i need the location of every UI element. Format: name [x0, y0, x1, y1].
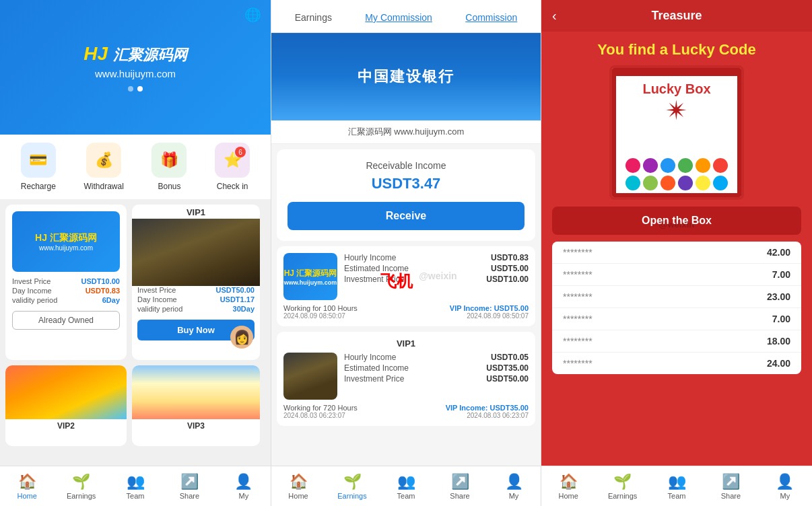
lucky-ball	[643, 176, 658, 190]
amount: 23.00	[767, 291, 790, 302]
stars: ********	[563, 314, 593, 324]
lucky-ball	[713, 176, 728, 190]
amount: 18.00	[767, 336, 790, 347]
vip-list-card-1: HJ 汇聚源码网 www.huijuym.com Hourly IncomeUS…	[277, 246, 535, 326]
bonus-icon: 🎁	[151, 143, 187, 178]
withdrawal-action[interactable]: 💰 Withdrawal	[83, 143, 123, 191]
lucky-ball	[696, 158, 710, 173]
vip3-title: VIP3	[132, 419, 260, 433]
bottom-nav-p3: 🏠 Home 🌱 Earnings 👥 Team ↗️ Share 👤 My	[541, 466, 812, 506]
p2-my-icon: 👤	[505, 473, 523, 491]
p3-home-icon: 🏠	[560, 473, 578, 491]
amount: 24.00	[767, 358, 790, 369]
stars: ********	[563, 358, 593, 369]
card1-bottom: Working for 100 Hours 2024.08.09 08:50:0…	[283, 304, 529, 320]
withdrawal-icon: 💰	[86, 143, 121, 178]
p2-home-icon: 🏠	[290, 473, 308, 491]
globe-icon[interactable]: 🌐	[244, 7, 261, 23]
my-vip-info: Invest PriceUSDT10.00 Day IncomeUSDT0.83…	[12, 277, 120, 305]
lucky-ball	[625, 176, 640, 190]
already-owned-btn[interactable]: Already Owned	[12, 311, 120, 330]
p2-nav-my[interactable]: 👤 My	[487, 466, 541, 506]
p2-website: 汇聚源码网 www.huijuym.com	[271, 120, 541, 144]
card1-logo-row: HJ 汇聚源码网 www.huijuym.com Hourly IncomeUS…	[283, 253, 529, 300]
tab-my-commission[interactable]: My Commission	[360, 9, 438, 26]
nav-my-label: My	[238, 492, 248, 500]
lucky-box-balls	[612, 158, 741, 190]
p2-earnings-icon: 🌱	[343, 473, 362, 491]
nav-share-label: Share	[180, 492, 199, 500]
nav-home[interactable]: 🏠 Home	[0, 466, 54, 506]
table-row: ********42.00	[552, 242, 801, 264]
vip2-card: VIP2	[5, 365, 127, 446]
lucky-ball	[696, 176, 710, 190]
p3-nav-team[interactable]: 👥 Team	[650, 466, 704, 506]
table-row: ********18.00	[552, 330, 801, 353]
nav-team[interactable]: 👥 Team	[108, 466, 162, 506]
recharge-label: Recharge	[21, 182, 56, 191]
recharge-action[interactable]: 💳 Recharge	[21, 143, 56, 191]
home-icon: 🏠	[18, 473, 36, 491]
checkin-icon: ⭐ 6	[215, 143, 250, 178]
receive-button[interactable]: Receive	[287, 202, 525, 230]
bottom-nav-home: 🏠 Home 🌱 Earnings 👥 Team ↗️ Share 👤 My	[0, 466, 271, 506]
p3-nav-earnings[interactable]: 🌱 Earnings	[595, 466, 649, 506]
nav-earnings[interactable]: 🌱 Earnings	[54, 466, 108, 506]
stars: ********	[563, 291, 593, 302]
checkin-action[interactable]: ⭐ 6 Check in	[215, 143, 250, 191]
card2-logo-row: Hourly IncomeUSDT0.05 Estimated IncomeUS…	[283, 353, 529, 400]
table-row: ********7.00	[552, 308, 801, 330]
p3-nav-share[interactable]: ↗️ Share	[704, 466, 757, 506]
p2-nav-home[interactable]: 🏠 Home	[271, 466, 325, 506]
p3-nav-my[interactable]: 👤 My	[758, 466, 812, 506]
tab-earnings[interactable]: Earnings	[290, 9, 337, 26]
back-button[interactable]: ‹	[552, 8, 557, 24]
p2-nav-share[interactable]: ↗️ Share	[433, 466, 487, 506]
lucky-box-top	[612, 68, 741, 76]
panel-home: 🌐 HJ 汇聚源码网 www.huijuym.com 💳 Recharge 💰 …	[0, 0, 271, 506]
lucky-ball	[678, 176, 693, 190]
card1-details: Hourly IncomeUSDT0.83 Estimated IncomeUS…	[344, 253, 529, 285]
vip1-info: Invest PriceUSDT50.00 Day IncomeUSDT1.17…	[132, 286, 260, 314]
lucky-ball	[678, 158, 693, 173]
banner-logo: HJ 汇聚源码网	[83, 43, 187, 65]
card2-image	[283, 353, 337, 400]
amount: 7.00	[772, 269, 790, 280]
stars: ********	[563, 336, 593, 347]
vip1-card: VIP1 Invest PriceUSDT50.00 Day IncomeUSD…	[132, 205, 260, 360]
card-area: HJ 汇聚源码网 www.huijuym.com Invest PriceUSD…	[0, 199, 271, 466]
my-vip-logo: HJ 汇聚源码网 www.huijuym.com	[12, 211, 120, 272]
p3-nav-home[interactable]: 🏠 Home	[541, 466, 595, 506]
p2-nav-team[interactable]: 👥 Team	[379, 466, 433, 506]
p3-share-icon: ↗️	[722, 473, 740, 491]
nav-my[interactable]: 👤 My	[217, 466, 271, 506]
lucky-box: Lucky Box ✴	[609, 65, 744, 200]
income-label: Receivable Income	[287, 160, 525, 171]
card2-title: VIP1	[283, 338, 529, 349]
checkin-label: Check in	[217, 182, 248, 191]
lucky-ball	[625, 158, 640, 173]
p3-my-icon: 👤	[776, 473, 794, 491]
card2-details: Hourly IncomeUSDT0.05 Estimated IncomeUS…	[344, 353, 529, 385]
withdrawal-label: Withdrawal	[83, 182, 123, 191]
nav-share[interactable]: ↗️ Share	[162, 466, 216, 506]
commission-header: Earnings My Commission Commission	[271, 0, 541, 33]
table-row: ********24.00	[552, 353, 801, 374]
open-box-button[interactable]: Open the Box	[552, 207, 801, 235]
tab-commission[interactable]: Commission	[460, 9, 522, 26]
nav-home-label: Home	[18, 492, 37, 500]
vip-list: HJ 汇聚源码网 www.huijuym.com Hourly IncomeUS…	[271, 246, 541, 466]
lucky-ball	[643, 158, 658, 173]
treasure-body: You find a Lucky Code Lucky Box ✴ Open t…	[541, 32, 812, 466]
recharge-icon: 💳	[21, 143, 56, 178]
p2-team-icon: 👥	[397, 473, 415, 491]
amount: 7.00	[772, 314, 790, 324]
banner-dots	[128, 86, 143, 92]
vip2-image	[5, 365, 127, 419]
stars: ********	[563, 269, 593, 280]
p2-nav-earnings[interactable]: 🌱 Earnings	[325, 466, 379, 506]
bonus-action[interactable]: 🎁 Bonus	[151, 143, 187, 191]
banner-url: www.huijuym.com	[95, 68, 176, 79]
bottom-nav-p2: 🏠 Home 🌱 Earnings 👥 Team ↗️ Share 👤 My	[271, 466, 541, 506]
income-card: Receivable Income USDT3.47 Receive	[277, 149, 535, 241]
